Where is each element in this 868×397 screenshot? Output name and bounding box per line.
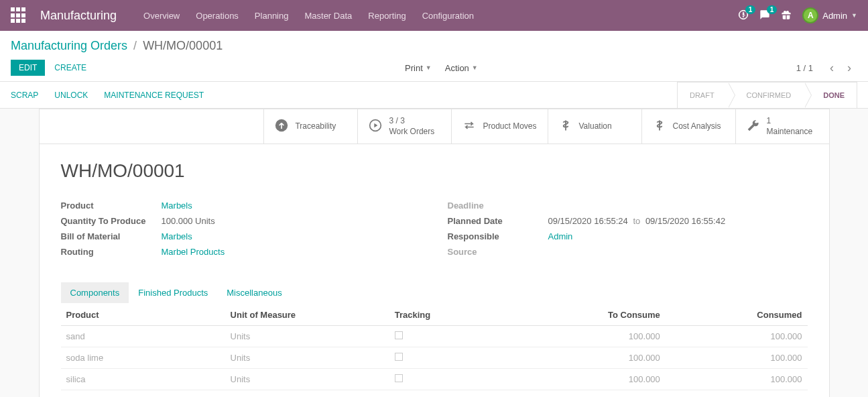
activities-icon[interactable]: 1 xyxy=(738,9,749,22)
planned-start: 09/15/2020 16:55:24 xyxy=(548,216,628,226)
stat-label: Product Moves xyxy=(483,121,536,132)
cell-tracking xyxy=(389,369,524,390)
cell-tracking xyxy=(389,347,524,369)
responsible-value[interactable]: Admin xyxy=(548,231,573,241)
statusbar: DRAFT CONFIRMED DONE xyxy=(677,82,857,109)
th-uom: Unit of Measure xyxy=(225,303,389,326)
breadcrumb-parent[interactable]: Manufacturing Orders xyxy=(11,39,127,52)
planned-value: 09/15/2020 16:55:24 to 09/15/2020 16:55:… xyxy=(548,216,726,226)
bom-value[interactable]: Marbels xyxy=(162,231,192,241)
stat-valuation[interactable]: Valuation xyxy=(548,109,641,144)
form-col-right: Deadline Planned Date 09/15/2020 16:55:2… xyxy=(448,201,808,262)
nav-master-data[interactable]: Master Data xyxy=(304,11,352,21)
cell-tracking xyxy=(389,326,524,347)
breadcrumb: Manufacturing Orders / WH/MO/00001 xyxy=(11,39,857,53)
user-name: Admin xyxy=(822,11,847,21)
notebook-tabs: Components Finished Products Miscellaneo… xyxy=(61,282,808,303)
pager-prev[interactable]: ‹ xyxy=(824,60,840,76)
cell-uom: Units xyxy=(225,326,389,347)
dollar-icon xyxy=(559,119,572,134)
nav-reporting[interactable]: Reporting xyxy=(368,11,406,21)
tab-miscellaneous[interactable]: Miscellaneous xyxy=(217,282,291,303)
tracking-checkbox[interactable] xyxy=(395,374,403,382)
cell-product: sand xyxy=(61,326,225,347)
stage-confirmed[interactable]: CONFIRMED xyxy=(728,82,805,109)
stat-work-orders[interactable]: 3 / 3 Work Orders xyxy=(357,109,451,144)
product-label: Product xyxy=(61,201,162,211)
stat-traceability[interactable]: Traceability xyxy=(263,109,357,144)
stat-product-moves[interactable]: Product Moves xyxy=(451,109,547,144)
maintenance-request-button[interactable]: MAINTENANCE REQUEST xyxy=(104,91,204,100)
components-table: Product Unit of Measure Tracking To Cons… xyxy=(61,303,808,390)
apps-icon[interactable] xyxy=(11,7,27,23)
th-product: Product xyxy=(61,303,225,326)
source-label: Source xyxy=(448,247,548,257)
app-brand[interactable]: Manufacturing xyxy=(40,9,117,23)
table-row[interactable]: sandUnits100.000100.000 xyxy=(61,326,808,347)
tab-finished-products[interactable]: Finished Products xyxy=(129,282,217,303)
nav-operations[interactable]: Operations xyxy=(196,11,239,21)
tracking-checkbox[interactable] xyxy=(395,353,403,361)
routing-value[interactable]: Marbel Products xyxy=(162,247,225,257)
table-row[interactable]: soda limeUnits100.000100.000 xyxy=(61,347,808,369)
nav-configuration[interactable]: Configuration xyxy=(422,11,474,21)
pager-next[interactable]: › xyxy=(841,60,857,76)
planned-to: to xyxy=(633,216,640,226)
scrap-button[interactable]: SCRAP xyxy=(11,91,38,100)
cell-product: soda lime xyxy=(61,347,225,369)
stage-draft[interactable]: DRAFT xyxy=(677,82,728,109)
chevron-down-icon: ▼ xyxy=(426,64,432,71)
stat-cost-analysis[interactable]: Cost Analysis xyxy=(641,109,735,144)
form-col-left: Product Marbels Quantity To Produce 100.… xyxy=(61,201,421,262)
stage-done[interactable]: DONE xyxy=(804,82,857,109)
dollar-icon xyxy=(653,119,666,134)
cell-uom: Units xyxy=(225,347,389,369)
breadcrumb-current: WH/MO/00001 xyxy=(143,39,223,52)
action-dropdown[interactable]: Action ▼ xyxy=(445,63,478,73)
table-row[interactable]: silicaUnits100.000100.000 xyxy=(61,369,808,390)
wrench-icon xyxy=(747,119,760,134)
cell-to-consume: 100.000 xyxy=(523,347,666,369)
responsible-label: Responsible xyxy=(448,231,548,241)
top-navbar: Manufacturing Overview Operations Planni… xyxy=(0,0,868,31)
nav-menu: Overview Operations Planning Master Data… xyxy=(143,11,738,21)
th-tracking: Tracking xyxy=(389,303,524,326)
stat-label: Work Orders xyxy=(389,127,434,137)
product-value[interactable]: Marbels xyxy=(162,201,192,211)
cell-uom: Units xyxy=(225,369,389,390)
cell-product: silica xyxy=(61,369,225,390)
stat-buttons: Traceability 3 / 3 Work Orders Product M… xyxy=(40,109,829,144)
th-consumed: Consumed xyxy=(666,303,808,326)
user-menu[interactable]: A Admin ▼ xyxy=(802,7,857,23)
chevron-down-icon: ▼ xyxy=(472,64,478,71)
arrow-up-icon xyxy=(275,119,288,134)
print-dropdown[interactable]: Print ▼ xyxy=(405,63,432,73)
avatar: A xyxy=(802,7,818,23)
stat-label: Cost Analysis xyxy=(673,121,721,132)
tracking-checkbox[interactable] xyxy=(395,331,403,339)
messages-icon[interactable]: 1 xyxy=(759,9,770,22)
stat-value: 3 / 3 xyxy=(389,116,434,127)
routing-label: Routing xyxy=(61,247,162,257)
deadline-label: Deadline xyxy=(448,201,548,211)
gift-icon[interactable] xyxy=(781,9,792,22)
stat-maintenance[interactable]: 1 Maintenance xyxy=(735,109,829,144)
stat-value: 1 xyxy=(767,116,813,127)
stat-label: Maintenance xyxy=(767,127,813,137)
qty-value: 100.000 Units xyxy=(162,216,215,226)
unlock-button[interactable]: UNLOCK xyxy=(54,91,88,100)
record-name: WH/MO/00001 xyxy=(61,160,808,182)
control-panel: Manufacturing Orders / WH/MO/00001 EDIT … xyxy=(0,31,868,82)
qty-label: Quantity To Produce xyxy=(61,216,162,226)
cell-to-consume: 100.000 xyxy=(523,326,666,347)
cell-consumed: 100.000 xyxy=(666,369,808,390)
edit-button[interactable]: EDIT xyxy=(11,60,45,76)
stat-label: Valuation xyxy=(579,121,612,132)
nav-overview[interactable]: Overview xyxy=(143,11,180,21)
navbar-right: 1 1 A Admin ▼ xyxy=(738,7,857,23)
create-button[interactable]: CREATE xyxy=(54,63,86,72)
tab-components[interactable]: Components xyxy=(61,282,129,303)
activities-badge: 1 xyxy=(745,5,756,14)
planned-label: Planned Date xyxy=(448,216,548,226)
nav-planning[interactable]: Planning xyxy=(255,11,289,21)
